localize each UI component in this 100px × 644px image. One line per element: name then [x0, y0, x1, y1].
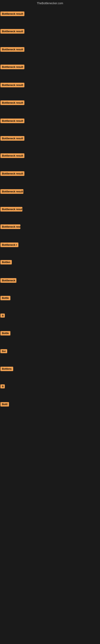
result-row-21: Bot — [0, 349, 7, 354]
bottleneck-badge-3[interactable]: Bottleneck result — [0, 47, 24, 52]
bottleneck-badge-15[interactable]: Bottleneck r — [0, 242, 18, 247]
result-row-17: Bottleneck — [0, 278, 16, 284]
bottleneck-badge-5[interactable]: Bottleneck result — [0, 83, 24, 87]
bottleneck-badge-17[interactable]: Bottleneck — [0, 278, 16, 283]
bottleneck-badge-20[interactable]: Bottle — [0, 331, 10, 336]
result-row-22: Bottlens — [0, 367, 13, 372]
result-row-18: Bottle — [0, 296, 10, 301]
result-row-8: Bottleneck result — [0, 136, 24, 142]
bottleneck-badge-7[interactable]: Bottleneck result — [0, 118, 24, 123]
result-row-19: B — [0, 314, 5, 318]
bottleneck-badge-4[interactable]: Bottleneck result — [0, 64, 24, 69]
result-row-4: Bottleneck result — [0, 64, 24, 70]
result-row-14: Bottleneck resu — [0, 224, 20, 230]
result-row-9: Bottleneck result — [0, 153, 24, 159]
result-row-10: Bottleneck result — [0, 171, 24, 177]
bottleneck-badge-22[interactable]: Bottlens — [0, 367, 13, 371]
result-row-6: Bottleneck result — [0, 100, 24, 106]
bottleneck-badge-21[interactable]: Bot — [0, 349, 7, 353]
result-row-16: Bottlen — [0, 260, 12, 265]
bottleneck-badge-1[interactable]: Bottleneck result — [0, 12, 24, 16]
bottleneck-badge-13[interactable]: Bottleneck resu — [0, 207, 21, 212]
bottleneck-badge-14[interactable]: Bottleneck resu — [0, 224, 20, 229]
result-row-11: Bottleneck result — [0, 189, 23, 194]
bottleneck-badge-8[interactable]: Bottleneck result — [0, 136, 24, 141]
result-row-3: Bottleneck result — [0, 47, 24, 52]
bottleneck-badge-2[interactable]: Bottleneck result — [0, 29, 24, 34]
bottleneck-badge-16[interactable]: Bottlen — [0, 260, 12, 264]
result-row-7: Bottleneck result — [0, 118, 24, 124]
bottleneck-badge-19[interactable]: B — [0, 314, 5, 318]
result-row-24: Bottl — [0, 402, 9, 407]
result-row-13: Bottleneck resu — [0, 207, 21, 212]
bottleneck-badge-11[interactable]: Bottleneck result — [0, 189, 23, 194]
result-row-20: Bottle — [0, 331, 10, 336]
result-row-5: Bottleneck result — [0, 83, 24, 88]
page-wrapper: TheBottlenecker.com Bottleneck resultBot… — [0, 0, 100, 644]
site-title: TheBottlenecker.com — [0, 0, 100, 6]
result-row-15: Bottleneck r — [0, 242, 18, 248]
bottleneck-badge-23[interactable]: B — [0, 384, 5, 388]
bottleneck-badge-18[interactable]: Bottle — [0, 296, 10, 300]
result-row-23: B — [0, 384, 5, 389]
bottleneck-badge-9[interactable]: Bottleneck result — [0, 153, 24, 158]
bottleneck-badge-10[interactable]: Bottleneck result — [0, 171, 24, 176]
bottleneck-badge-24[interactable]: Bottl — [0, 402, 9, 406]
result-row-2: Bottleneck result — [0, 29, 24, 34]
result-row-1: Bottleneck result — [0, 12, 24, 17]
bottleneck-badge-6[interactable]: Bottleneck result — [0, 100, 24, 105]
